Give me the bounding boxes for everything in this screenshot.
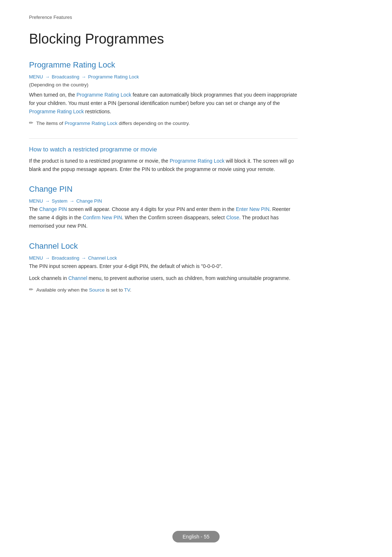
- highlight-channel: Channel: [68, 275, 87, 281]
- footer-label: English - 55: [172, 531, 220, 542]
- menu-link-programme-rating-lock[interactable]: Programme Rating Lock: [88, 74, 139, 80]
- subsection-title-how-to-watch: How to watch a restricted programme or m…: [29, 146, 298, 153]
- arrow-icon-4: →: [70, 198, 76, 204]
- change-pin-description: The Change PIN screen will appear. Choos…: [29, 205, 298, 230]
- menu-link-change-pin[interactable]: Change PIN: [76, 198, 102, 204]
- section-change-pin: Change PIN MENU → System → Change PIN Th…: [29, 184, 298, 230]
- menu-link-channel-lock[interactable]: Channel Lock: [88, 255, 117, 261]
- arrow-icon-3: →: [45, 198, 51, 204]
- programme-rating-lock-description: When turned on, the Programme Rating Loc…: [29, 91, 298, 116]
- pencil-note-text-programme-rating-lock: The items of Programme Rating Lock diffe…: [36, 119, 190, 127]
- section-channel-lock: Channel Lock MENU → Broadcasting → Chann…: [29, 241, 298, 294]
- highlight-tv: TV: [124, 287, 130, 293]
- arrow-icon-5: →: [45, 255, 51, 261]
- menu-link-menu-3[interactable]: MENU: [29, 255, 43, 261]
- highlight-source: Source: [89, 287, 105, 293]
- menu-link-broadcasting[interactable]: Broadcasting: [52, 74, 79, 80]
- highlight-confirm-new-pin: Confirm New PIN: [83, 215, 122, 220]
- pencil-icon: ✏: [29, 120, 33, 126]
- arrow-icon: →: [45, 74, 51, 80]
- menu-link-menu[interactable]: MENU: [29, 74, 43, 80]
- menu-path-change-pin: MENU → System → Change PIN: [29, 198, 298, 204]
- section-title-programme-rating-lock: Programme Rating Lock: [29, 60, 298, 70]
- menu-link-system[interactable]: System: [52, 198, 68, 204]
- section-how-to-watch: How to watch a restricted programme or m…: [29, 146, 298, 174]
- pencil-note-channel-lock: ✏ Available only when the Source is set …: [29, 286, 298, 294]
- highlight-enter-new-pin: Enter New PIN: [236, 206, 270, 212]
- page-title: Blocking Programmes: [29, 31, 298, 48]
- channel-lock-description-2: Lock channels in Channel menu, to preven…: [29, 274, 298, 282]
- highlight-close: Close: [226, 215, 239, 220]
- arrow-icon-2: →: [81, 74, 87, 80]
- menu-link-broadcasting-2[interactable]: Broadcasting: [52, 255, 79, 261]
- menu-link-menu-2[interactable]: MENU: [29, 198, 43, 204]
- breadcrumb: Preference Features: [29, 15, 298, 20]
- section-programme-rating-lock: Programme Rating Lock MENU → Broadcastin…: [29, 60, 298, 127]
- pencil-note-text-channel-lock: Available only when the Source is set to…: [36, 286, 131, 294]
- highlight-programme-rating-lock-2: Programme Rating Lock: [29, 109, 84, 114]
- section-title-change-pin: Change PIN: [29, 184, 298, 194]
- highlight-programme-rating-lock-3: Programme Rating Lock: [65, 121, 118, 126]
- highlight-programme-rating-lock-4: Programme Rating Lock: [170, 158, 225, 164]
- how-to-watch-description: If the product is tuned to a restricted …: [29, 157, 298, 174]
- highlight-change-pin-1: Change PIN: [39, 206, 67, 212]
- section-title-channel-lock: Channel Lock: [29, 241, 298, 251]
- pencil-icon-2: ✏: [29, 286, 33, 292]
- country-note: (Depending on the country): [29, 81, 298, 89]
- pencil-note-programme-rating-lock: ✏ The items of Programme Rating Lock dif…: [29, 119, 298, 127]
- channel-lock-description-1: The PIN input screen appears. Enter your…: [29, 262, 298, 271]
- arrow-icon-6: →: [81, 255, 87, 261]
- highlight-programme-rating-lock-1: Programme Rating Lock: [77, 92, 131, 98]
- menu-path-programme-rating-lock: MENU → Broadcasting → Programme Rating L…: [29, 74, 298, 80]
- menu-path-channel-lock: MENU → Broadcasting → Channel Lock: [29, 255, 298, 261]
- divider-1: [29, 138, 298, 139]
